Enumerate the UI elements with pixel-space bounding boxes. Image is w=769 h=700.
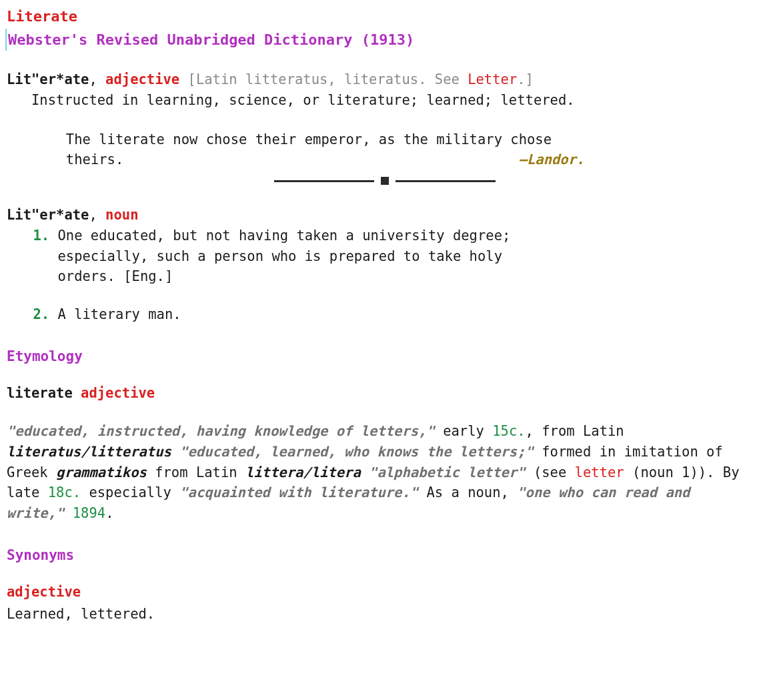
date-text: 15c. (492, 423, 525, 439)
part-of-speech: adjective (105, 71, 179, 87)
part-of-speech: adjective (81, 385, 155, 401)
etymology-bracket: [Latin litteratus, literatus. See Letter… (179, 71, 534, 87)
xref-link-letter[interactable]: letter (575, 464, 624, 480)
section-heading-synonyms: Synonyms (7, 545, 762, 567)
divider-line (274, 180, 374, 182)
definition-text: Instructed in learning, science, or lite… (31, 90, 762, 111)
part-of-speech: noun (105, 207, 138, 223)
quotation-attribution: —Landor. (519, 149, 585, 170)
headword-title: Literate (7, 5, 762, 27)
date-text: 18c. (48, 484, 81, 500)
quotation-block: The literate now chose their emperor, as… (66, 129, 585, 171)
sep: , (89, 207, 105, 223)
etymology-headword-line: literate adjective (7, 383, 762, 404)
list-number: 2. (33, 304, 49, 325)
entry-adjective: Lit"er*ate, adjective [Latin litteratus,… (7, 69, 762, 185)
xref-link-letter[interactable]: Letter (468, 71, 517, 87)
list-item: 1. One educated, but not having taken a … (33, 226, 762, 287)
source-title: Webster's Revised Unabridged Dictionary … (5, 29, 762, 51)
headword: literate (7, 385, 73, 401)
gloss-text: "educated, learned, who knows the letter… (171, 444, 534, 460)
gloss-text: "educated, instructed, having knowledge … (7, 423, 435, 439)
gloss-text: "acquainted with literature." (179, 484, 418, 500)
list-item: 2. A literary man. (33, 304, 762, 325)
foreign-term: littera/litera (245, 464, 361, 480)
section-divider (7, 177, 762, 185)
definition-text: A literary man. (58, 304, 181, 325)
entry-adj-headline: Lit"er*ate, adjective [Latin litteratus,… (7, 69, 762, 90)
foreign-term: grammatikos (56, 464, 147, 480)
gloss-text: "alphabetic letter" (361, 464, 526, 480)
foreign-term: literatus/litteratus (7, 444, 171, 460)
headword: Lit"er*ate (7, 71, 89, 87)
definition-list: 1. One educated, but not having taken a … (33, 226, 762, 325)
etymology-paragraph: "educated, instructed, having knowledge … (7, 421, 748, 524)
entry-noun: Lit"er*ate, noun 1. One educated, but no… (7, 205, 762, 325)
sep: , (89, 71, 105, 87)
quotation-text: The literate now chose their emperor, as… (66, 131, 552, 168)
divider-square-icon (381, 177, 389, 185)
list-number: 1. (33, 226, 49, 246)
headword: Lit"er*ate (7, 207, 89, 223)
date-text: 1894 (73, 505, 105, 521)
synonym-list: Learned, lettered. (7, 604, 762, 625)
definition-text: One educated, but not having taken a uni… (58, 226, 552, 287)
entry-noun-headline: Lit"er*ate, noun (7, 205, 762, 226)
synonym-part-of-speech: adjective (7, 582, 762, 603)
section-heading-etymology: Etymology (7, 346, 762, 368)
divider-line (396, 180, 496, 182)
